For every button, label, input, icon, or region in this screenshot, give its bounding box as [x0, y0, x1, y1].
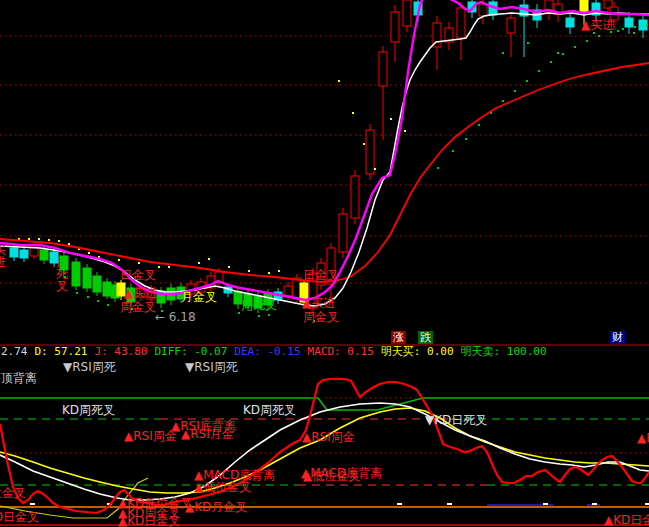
annotation-text: ▲RSI周金	[124, 429, 177, 443]
candle-body-hollow	[339, 214, 347, 252]
green-dot	[527, 42, 529, 44]
badge-fall[interactable]: 跌	[418, 331, 433, 344]
green-dot	[437, 167, 439, 169]
green-dot	[478, 124, 480, 126]
candle-body	[20, 250, 28, 258]
annotation-text: ▲KD月金叉	[185, 500, 247, 514]
annotation-text: 周金叉	[120, 300, 156, 314]
yellow-dot	[248, 270, 250, 272]
candle-body	[83, 268, 91, 288]
green-dot	[586, 40, 588, 42]
yellow-dot	[168, 266, 170, 268]
yellow-dot	[268, 272, 270, 274]
stock-chart-app: 周死叉 买进日金叉▲买进周金叉月金叉周死叉← 6.18日金叉▲买进周金叉▲买进 …	[0, 0, 649, 527]
annotation-text: 日金叉	[303, 268, 339, 282]
green-dot	[593, 32, 595, 34]
annotation-text: 进	[0, 255, 6, 269]
lower-annotations: ▼RSI周死▼RSI周死顶背离KD周死叉KD周死叉▼KD日死叉▲RSI底背离▲R…	[0, 360, 649, 527]
annotation-text: ▲买进	[581, 18, 614, 32]
rsi-white-line	[0, 403, 649, 500]
candle-body	[639, 20, 647, 30]
annotation-text: ▲买进	[302, 296, 335, 310]
candle-body-hollow	[457, 8, 465, 38]
annotation-text: ▼KD日死叉	[425, 413, 487, 427]
status-value: J: 43.80	[94, 345, 147, 358]
annotation-text: ▲RSI周金	[302, 430, 355, 444]
candle-body	[60, 256, 68, 270]
yellow-dot	[138, 262, 140, 264]
yellow-dot	[352, 112, 354, 114]
green-dot	[87, 296, 89, 298]
annotation-text: ▲RSI月金	[181, 427, 234, 441]
yellow-dot	[58, 240, 60, 242]
candle-body	[40, 250, 48, 260]
green-dot	[646, 24, 648, 26]
annotation-text: ▼RSI周死	[63, 360, 116, 374]
annotation-text: ▲KD日金叉	[118, 514, 180, 527]
status-value: 明天买: 0.00	[381, 345, 454, 358]
status-value: DEA: -0.15	[234, 345, 300, 358]
green-dot	[514, 90, 516, 92]
fast-ma-line	[0, 13, 649, 306]
green-dot	[465, 138, 467, 140]
green-dot	[598, 35, 600, 37]
annotation-text: KD日金叉	[0, 510, 39, 524]
yellow-dot	[198, 262, 200, 264]
lower-indicator-lines	[0, 379, 649, 525]
status-value: D: 57.21	[35, 345, 88, 358]
green-dot	[617, 30, 619, 32]
badge-rise[interactable]: 涨	[391, 331, 406, 344]
status-value: DIFF: -0.07	[154, 345, 227, 358]
green-dot	[633, 32, 635, 34]
candle-body	[625, 18, 633, 27]
annotation-text: KD周死叉	[62, 403, 115, 417]
candle-body	[566, 18, 574, 27]
yellow-dot	[88, 252, 90, 254]
upper-annotations: 买进日金叉▲买进周金叉月金叉周死叉← 6.18日金叉▲买进周金叉▲买进	[0, 18, 614, 324]
upper-gridlines	[0, 36, 649, 283]
badge-finance[interactable]: 财	[610, 331, 625, 344]
yellow-dot	[68, 243, 70, 245]
annotation-text: ▲低位金叉	[303, 469, 360, 483]
yellow-dot	[404, 130, 406, 132]
green-dot	[502, 52, 504, 54]
green-dot	[622, 28, 624, 30]
yellow-dot	[38, 238, 40, 240]
candle-body-hollow	[391, 12, 399, 42]
yellow-dot	[363, 143, 365, 145]
green-dot	[574, 46, 576, 48]
green-dot	[502, 100, 504, 102]
annotation-text: 周金叉	[303, 310, 339, 324]
candle-body-hollow	[479, 4, 487, 16]
candle-body-hollow	[507, 18, 515, 33]
annotation-text: 顶背离	[0, 371, 37, 385]
yellow-dot	[208, 258, 210, 260]
annotation-text: ▲低位金叉	[194, 480, 251, 494]
annotation-text: 日金叉	[120, 268, 156, 282]
badge-row: 涨跌财	[0, 330, 649, 345]
candle-body	[10, 248, 18, 257]
annotation-text: 周死叉	[241, 298, 277, 312]
yellow-dot	[28, 238, 30, 240]
annotation-text: ▼RSI周死	[185, 360, 238, 374]
candle-body-hollow	[403, 0, 411, 26]
candle-body	[103, 282, 111, 296]
green-dot	[258, 315, 260, 317]
annotation-text: 叉	[56, 279, 68, 293]
yellow-dot	[158, 266, 160, 268]
yellow-dot	[390, 118, 392, 120]
annotation-text: ← 6.18	[155, 310, 196, 324]
chart-canvas[interactable]: 周死叉 买进日金叉▲买进周金叉月金叉周死叉← 6.18日金叉▲买进周金叉▲买进 …	[0, 0, 649, 527]
yellow-dot	[278, 270, 280, 272]
status-value: MACD: 0.15	[308, 345, 374, 358]
yellow-dot	[48, 239, 50, 241]
green-dot	[238, 312, 240, 314]
annotation-text: ▲R	[637, 431, 649, 445]
green-dot	[97, 300, 99, 302]
annotation-text: ▲买进	[124, 286, 157, 300]
green-dot	[452, 150, 454, 152]
candle-body-hollow	[284, 286, 292, 296]
annotation-text: 大金叉	[0, 486, 26, 500]
green-dot	[538, 70, 540, 72]
candle-body	[580, 0, 588, 12]
